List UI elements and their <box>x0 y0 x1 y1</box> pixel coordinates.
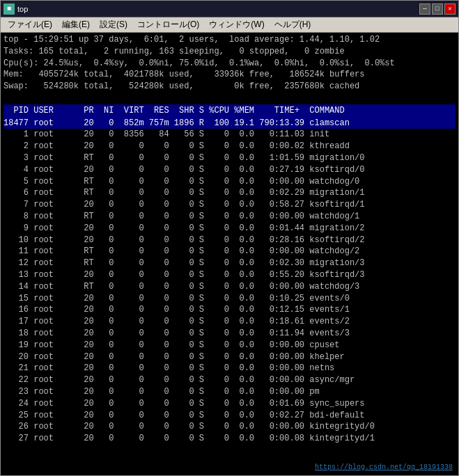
process-row[interactable]: 27 root 20 0 0 0 0 S 0 0.0 0:00.08 kinte… <box>3 433 456 445</box>
terminal-area[interactable]: top - 15:29:51 up 37 days, 6:01, 2 users… <box>1 33 458 475</box>
menu-control[interactable]: コントロール(O) <box>133 17 203 32</box>
process-row[interactable]: 15 root 20 0 0 0 0 S 0 0.0 0:10.25 event… <box>3 293 456 305</box>
watermark-link: https://blog.csdn.net/qq_18191338 <box>315 463 453 473</box>
process-row[interactable]: 12 root RT 0 0 0 0 S 0 0.0 0:02.30 migra… <box>3 257 456 269</box>
process-row[interactable]: 9 root 20 0 0 0 0 S 0 0.0 0:01.44 migrat… <box>3 223 456 235</box>
blank-line <box>3 93 456 104</box>
process-row[interactable]: 3 root RT 0 0 0 0 S 0 0.0 1:01.59 migrat… <box>3 152 456 164</box>
process-row[interactable]: 19 root 20 0 0 0 0 S 0 0.0 0:00.00 cpuse… <box>3 340 456 351</box>
process-row[interactable]: 7 root 20 0 0 0 0 S 0 0.0 0:58.27 ksofti… <box>3 199 456 211</box>
top-line-3: Cpu(s): 24.5%us, 0.4%sy, 0.0%ni, 75.0%id… <box>3 58 456 70</box>
process-row[interactable]: 14 root RT 0 0 0 0 S 0 0.0 0:00.00 watch… <box>3 281 456 293</box>
minimize-button[interactable]: ─ <box>419 3 430 15</box>
process-row[interactable]: 5 root RT 0 0 0 0 S 0 0.0 0:00.00 watchd… <box>3 176 456 188</box>
process-row[interactable]: 23 root 20 0 0 0 0 S 0 0.0 0:00.00 pm <box>3 386 456 398</box>
process-row[interactable]: 13 root 20 0 0 0 0 S 0 0.0 0:55.20 ksoft… <box>3 269 456 281</box>
process-row[interactable]: 16 root 20 0 0 0 0 S 0 0.0 0:12.15 event… <box>3 304 456 316</box>
process-row[interactable]: 26 root 20 0 0 0 0 S 0 0.0 0:00.00 kinte… <box>3 421 456 433</box>
top-line-4: Mem: 4055724k total, 4021788k used, 3393… <box>3 69 456 81</box>
process-row[interactable]: 1 root 20 0 8356 84 56 S 0 0.0 0:11.03 i… <box>3 129 456 141</box>
title-bar: ■ top ─ □ ✕ <box>1 1 458 17</box>
process-row[interactable]: 10 root 20 0 0 0 0 S 0 0.0 0:28.16 ksoft… <box>3 235 456 246</box>
app-icon: ■ <box>3 3 15 15</box>
process-row[interactable]: 25 root 20 0 0 0 0 S 0 0.0 0:02.27 bdi-d… <box>3 410 456 422</box>
menu-bar: ファイル(E) 編集(E) 設定(S) コントロール(O) ウィンドウ(W) ヘ… <box>1 17 458 33</box>
menu-help[interactable]: ヘルプ(H) <box>270 17 316 32</box>
process-row[interactable]: 18 root 20 0 0 0 0 S 0 0.0 0:11.94 event… <box>3 328 456 340</box>
process-row[interactable]: 8 root RT 0 0 0 0 S 0 0.0 0:00.00 watchd… <box>3 211 456 223</box>
process-row[interactable]: 6 root RT 0 0 0 0 S 0 0.0 0:02.29 migrat… <box>3 187 456 199</box>
process-row[interactable]: 20 root 20 0 0 0 0 S 0 0.0 0:00.00 khelp… <box>3 351 456 363</box>
process-row[interactable]: 22 root 20 0 0 0 0 S 0 0.0 0:00.00 async… <box>3 374 456 386</box>
process-row[interactable]: 4 root 20 0 0 0 0 S 0 0.0 0:27.19 ksofti… <box>3 164 456 176</box>
process-row[interactable]: 24 root 20 0 0 0 0 S 0 0.0 0:01.69 sync_… <box>3 398 456 410</box>
menu-window[interactable]: ウィンドウ(W) <box>205 17 268 32</box>
close-button[interactable]: ✕ <box>444 3 456 15</box>
title-bar-controls: ─ □ ✕ <box>419 3 456 15</box>
top-line-2: Tasks: 165 total, 2 running, 163 sleepin… <box>3 46 456 58</box>
menu-edit[interactable]: 編集(E) <box>58 17 94 32</box>
column-header: PID USER PR NI VIRT RES SHR S %CPU %MEM … <box>3 104 456 118</box>
process-row[interactable]: 21 root 20 0 0 0 0 S 0 0.0 0:00.00 netns <box>3 363 456 374</box>
menu-settings[interactable]: 設定(S) <box>95 17 132 32</box>
maximize-button[interactable]: □ <box>432 3 443 15</box>
window-title: top <box>17 5 28 13</box>
process-row[interactable]: 11 root RT 0 0 0 0 S 0 0.0 0:00.00 watch… <box>3 246 456 257</box>
title-bar-left: ■ top <box>3 3 28 15</box>
process-row[interactable]: 2 root 20 0 0 0 0 S 0 0.0 0:00.02 kthrea… <box>3 141 456 152</box>
process-row[interactable]: 18477 root 20 0 852m 757m 1896 R 100 19.… <box>3 118 456 129</box>
process-row[interactable]: 17 root 20 0 0 0 0 S 0 0.0 0:18.61 event… <box>3 316 456 328</box>
main-window: ■ top ─ □ ✕ ファイル(E) 編集(E) 設定(S) コントロール(O… <box>0 0 459 476</box>
top-line-1: top - 15:29:51 up 37 days, 6:01, 2 users… <box>3 34 456 46</box>
top-line-5: Swap: 524280k total, 524280k used, 0k fr… <box>3 81 456 93</box>
menu-file[interactable]: ファイル(E) <box>3 17 56 32</box>
